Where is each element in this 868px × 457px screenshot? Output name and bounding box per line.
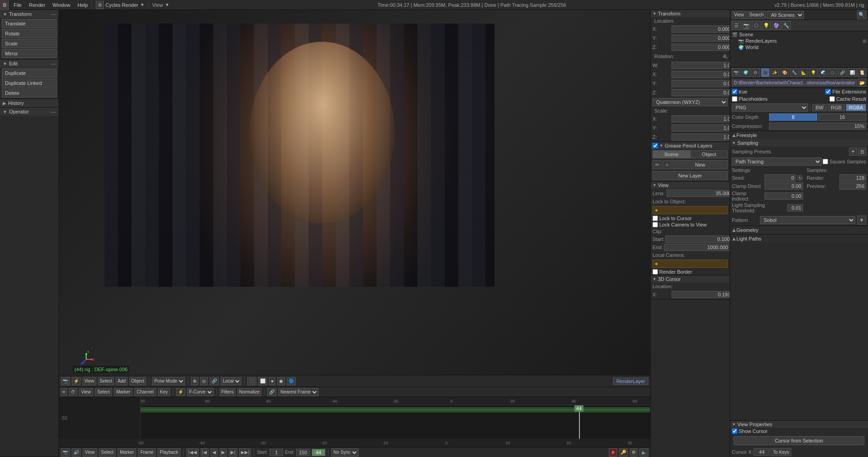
bt-icon10[interactable]: 🌊 bbox=[819, 68, 828, 77]
color-depth-8[interactable]: 8 bbox=[769, 113, 817, 121]
geometry-header[interactable]: ▶ Geometry bbox=[730, 226, 868, 234]
to-keys-btn[interactable]: To Keys bbox=[770, 448, 791, 456]
overwrite-label[interactable]: true bbox=[732, 89, 747, 94]
tl-pb-select[interactable]: Select bbox=[99, 448, 116, 457]
clamp-indirect-input[interactable] bbox=[765, 192, 803, 200]
light-sampling-input[interactable] bbox=[787, 204, 803, 211]
pivot-selector[interactable]: Local bbox=[221, 377, 241, 385]
bw-btn[interactable]: BW bbox=[812, 104, 827, 111]
rotation-y-input[interactable] bbox=[672, 80, 730, 87]
tl-menu-icon[interactable]: ≡ bbox=[61, 388, 67, 396]
gp-checkbox[interactable] bbox=[652, 143, 658, 148]
rotation-w-input[interactable] bbox=[672, 62, 730, 69]
cache-result-checkbox[interactable] bbox=[829, 96, 835, 102]
gp-edit-icon[interactable]: ✏ bbox=[652, 160, 662, 169]
scale-button[interactable]: Scale bbox=[2, 39, 57, 48]
seed-input[interactable] bbox=[765, 174, 796, 182]
render-icon[interactable]: 🔵 bbox=[287, 377, 296, 385]
mesh-icon[interactable]: ⬡ bbox=[752, 21, 761, 30]
bt-icon3[interactable]: ⚙ bbox=[751, 68, 760, 77]
rotation-mode-select[interactable]: Quaternion (WXYZ) bbox=[652, 98, 728, 106]
scale-x-input[interactable] bbox=[672, 115, 730, 123]
select-menu-btn[interactable]: Select bbox=[98, 377, 114, 385]
bt-icon1[interactable]: 📷 bbox=[732, 68, 740, 77]
preview-samples-input[interactable] bbox=[839, 182, 866, 190]
camera-icon[interactable]: 📷 bbox=[742, 21, 751, 30]
prev-key-icon[interactable]: |◀ bbox=[201, 448, 209, 457]
tl-marker-btn[interactable]: Marker bbox=[114, 388, 132, 396]
all-icon[interactable]: ☰ bbox=[732, 21, 741, 30]
render-samples-input[interactable] bbox=[839, 174, 866, 182]
snap-icon[interactable]: 🔗 bbox=[210, 377, 219, 385]
cache-result-label[interactable]: Cache Result bbox=[829, 96, 866, 102]
menu-render[interactable]: Render bbox=[25, 0, 49, 10]
global-local-icon[interactable]: ⊕ bbox=[191, 377, 198, 385]
modifier-icon[interactable]: 🔧 bbox=[782, 21, 791, 30]
tl-pb-view[interactable]: View bbox=[83, 448, 97, 457]
transform-header[interactable]: ▼ Transform — bbox=[0, 10, 59, 18]
mode-selector[interactable]: Pose Mode bbox=[152, 377, 185, 385]
bt-icon12[interactable]: 🔗 bbox=[838, 68, 847, 77]
freestyle-header[interactable]: ▶ Freestyle bbox=[730, 131, 868, 139]
outliner-item-world[interactable]: 🌍 World bbox=[730, 44, 868, 50]
3d-viewport[interactable]: X Y Z (44) rig : DEF-spine.006 📷 ⚡ View … bbox=[59, 10, 650, 387]
rotation-z-input[interactable] bbox=[672, 89, 730, 96]
bt-icon13[interactable]: 📊 bbox=[848, 68, 856, 77]
scale-z-input[interactable] bbox=[672, 133, 730, 141]
rgba-btn[interactable]: RGBA bbox=[846, 104, 866, 111]
placeholders-label[interactable]: Placeholders bbox=[732, 96, 768, 102]
tl-filter-btn[interactable]: Filters bbox=[220, 388, 235, 396]
solid-icon[interactable]: ● bbox=[269, 377, 275, 385]
sampling-preset-add[interactable]: + bbox=[849, 147, 857, 156]
file-extensions-checkbox[interactable] bbox=[825, 89, 831, 94]
outliner-item-renderlayers[interactable]: 📷 RenderLayers ⊞ bbox=[730, 38, 868, 44]
file-extensions-label[interactable]: File Extensions bbox=[825, 89, 866, 94]
gp-new-layer-btn[interactable]: New Layer bbox=[652, 171, 728, 180]
location-x-input[interactable] bbox=[672, 25, 730, 33]
lock-to-cursor-checkbox[interactable] bbox=[652, 216, 658, 221]
rgb-btn[interactable]: RGB bbox=[828, 104, 845, 111]
clip-end-input[interactable] bbox=[664, 244, 730, 251]
outliner-item-scene[interactable]: 🎬 Scene bbox=[730, 31, 868, 38]
add-menu-btn[interactable]: Add bbox=[116, 377, 128, 385]
start-frame-input[interactable] bbox=[270, 449, 283, 456]
seed-random-icon[interactable]: ↻ bbox=[797, 175, 803, 181]
prev-frame-icon[interactable]: ◀ bbox=[211, 448, 218, 457]
mirror-button[interactable]: Mirror bbox=[2, 49, 57, 58]
location-y-input[interactable] bbox=[672, 34, 730, 42]
bt-icon14[interactable]: 📜 bbox=[858, 68, 866, 77]
renderlayer-btn[interactable]: RenderLayer bbox=[613, 378, 648, 385]
format-select[interactable]: PNG bbox=[732, 103, 808, 112]
lens-input[interactable] bbox=[667, 190, 730, 197]
bt-icon4[interactable]: 🎥 bbox=[761, 68, 770, 77]
view-btn[interactable]: View bbox=[732, 11, 746, 19]
cursor-from-selection-btn[interactable]: Cursor from Selection bbox=[734, 436, 864, 445]
duplicate-linked-button[interactable]: Duplicate Linked bbox=[2, 79, 57, 88]
rotation-x-input[interactable] bbox=[672, 71, 730, 78]
gp-tab-scene[interactable]: Scene bbox=[652, 150, 690, 158]
next-key-icon[interactable]: ▶▶| bbox=[239, 448, 251, 457]
gp-new-btn[interactable]: New bbox=[672, 160, 728, 169]
clamp-direct-input[interactable] bbox=[765, 182, 803, 190]
bt-icon6[interactable]: 🎨 bbox=[780, 68, 789, 77]
bt-icon2[interactable]: 🌍 bbox=[741, 68, 750, 77]
cursor-x-field[interactable] bbox=[754, 448, 770, 456]
scene-selector[interactable]: All Scenes bbox=[767, 11, 804, 19]
lock-camera-checkbox[interactable] bbox=[652, 222, 658, 227]
tl-normalize-btn[interactable]: Normalize bbox=[237, 388, 261, 396]
location-z-input[interactable] bbox=[672, 44, 730, 51]
end-frame-input[interactable] bbox=[296, 449, 310, 456]
compression-input[interactable] bbox=[769, 123, 866, 130]
gp-add-icon[interactable]: + bbox=[662, 160, 672, 169]
cursor-x-input[interactable] bbox=[672, 291, 730, 298]
square-samples-label[interactable]: Square Samples bbox=[823, 159, 866, 164]
sampling-header[interactable]: ▼ Sampling bbox=[730, 139, 868, 147]
menu-file[interactable]: File bbox=[10, 0, 25, 10]
material-icon[interactable]: ◉ bbox=[277, 377, 285, 385]
tl-cam-icon[interactable]: 📷 bbox=[61, 448, 70, 457]
light-icon[interactable]: 💡 bbox=[762, 21, 771, 30]
tl-key-btn[interactable]: Key bbox=[158, 388, 170, 396]
placeholders-checkbox[interactable] bbox=[732, 96, 737, 102]
history-header[interactable]: ▶ History bbox=[0, 99, 59, 107]
bt-icon7[interactable]: 🔧 bbox=[790, 68, 799, 77]
